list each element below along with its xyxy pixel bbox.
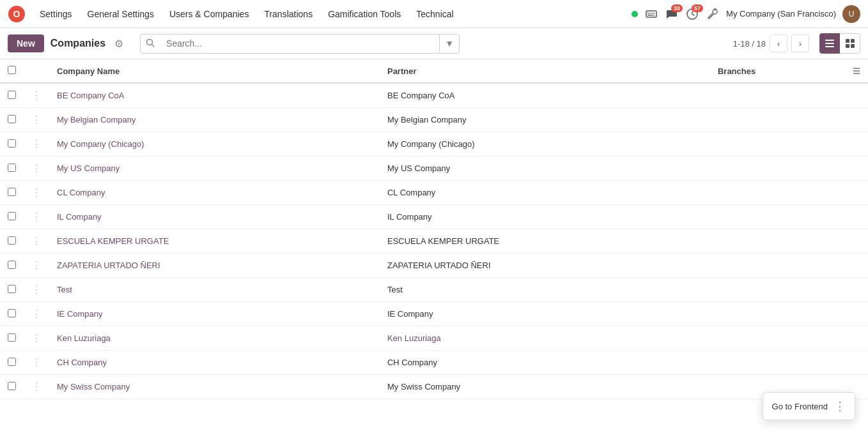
- row-checkbox[interactable]: [8, 115, 16, 123]
- svg-rect-16: [851, 39, 855, 43]
- pagination-prev[interactable]: ‹: [770, 34, 787, 52]
- messages-icon[interactable]: 30: [665, 7, 679, 21]
- drag-handle-icon[interactable]: ⋮: [31, 357, 42, 368]
- wrench-icon[interactable]: [706, 7, 720, 21]
- row-checkbox[interactable]: [8, 212, 16, 220]
- toolbar: New Companies ⚙ ▼ 1-18 / 18 ‹ ›: [0, 28, 868, 59]
- row-checkbox[interactable]: [8, 139, 16, 148]
- row-checkbox[interactable]: [8, 333, 16, 342]
- app-logo[interactable]: O: [8, 5, 26, 23]
- row-checkbox[interactable]: [8, 236, 16, 245]
- partner-name: ZAPATERIA URTADO ÑERI: [387, 261, 491, 270]
- table-row: ⋮ ESCUELA KEMPER URGATE ESCUELA KEMPER U…: [0, 229, 868, 254]
- settings-gear-icon[interactable]: ⚙: [114, 38, 123, 50]
- drag-handle-icon[interactable]: ⋮: [31, 139, 42, 149]
- row-checkbox[interactable]: [8, 382, 16, 390]
- new-button[interactable]: New: [8, 34, 44, 52]
- company-name-link[interactable]: My Belgian Company: [57, 115, 136, 125]
- kanban-view-button[interactable]: [840, 33, 860, 54]
- company-name-cell[interactable]: IE Company: [49, 302, 380, 326]
- drag-handle-icon[interactable]: ⋮: [31, 284, 42, 295]
- drag-handle-icon[interactable]: ⋮: [31, 90, 42, 101]
- nav-settings[interactable]: Settings: [33, 6, 79, 22]
- pagination-next[interactable]: ›: [791, 34, 809, 52]
- keyboard-icon[interactable]: [644, 7, 658, 21]
- company-name-cell[interactable]: ESCUELA KEMPER URGATE: [49, 229, 380, 254]
- drag-handle-icon[interactable]: ⋮: [31, 381, 42, 392]
- row-checkbox[interactable]: [8, 358, 16, 366]
- company-name-cell[interactable]: My Swiss Company: [49, 375, 380, 399]
- svg-rect-14: [825, 46, 834, 47]
- company-name-link[interactable]: My Swiss Company: [57, 382, 130, 391]
- company-name-cell[interactable]: Ken Luzuriaga: [49, 326, 380, 351]
- drag-handle-icon[interactable]: ⋮: [31, 333, 42, 344]
- drag-handle-icon[interactable]: ⋮: [31, 187, 42, 198]
- row-checkbox-cell: [0, 375, 24, 399]
- row-checkbox[interactable]: [8, 285, 16, 293]
- company-name-cell[interactable]: Test: [49, 278, 380, 302]
- search-dropdown-icon[interactable]: ▼: [439, 34, 459, 52]
- nav-technical[interactable]: Technical: [410, 6, 460, 22]
- partner-cell: My Belgian Company: [380, 108, 710, 132]
- search-input[interactable]: [160, 34, 439, 52]
- select-all-checkbox[interactable]: [8, 66, 16, 74]
- nav-users-companies[interactable]: Users & Companies: [163, 6, 256, 22]
- company-name-link[interactable]: IE Company: [57, 309, 103, 319]
- company-name-link[interactable]: CL Company: [57, 188, 105, 197]
- drag-handle-icon[interactable]: ⋮: [31, 308, 42, 319]
- company-name-cell[interactable]: CL Company: [49, 181, 380, 205]
- row-checkbox[interactable]: [8, 309, 16, 317]
- company-name-cell[interactable]: My US Company: [49, 156, 380, 181]
- drag-handle-icon[interactable]: ⋮: [31, 114, 42, 125]
- table-row: ⋮ CH Company CH Company: [0, 351, 868, 375]
- branches-header: Branches ☰: [710, 59, 868, 83]
- user-avatar[interactable]: U: [842, 5, 860, 23]
- popup-more-icon[interactable]: ⋮: [834, 399, 846, 413]
- partner-name: IL Company: [387, 212, 432, 222]
- company-name-cell[interactable]: My Belgian Company: [49, 108, 380, 132]
- row-checkbox-cell: [0, 83, 24, 108]
- partner-cell[interactable]: Ken Luzuriaga: [380, 326, 710, 351]
- activity-icon[interactable]: 57: [685, 7, 699, 21]
- company-name-cell[interactable]: CH Company: [49, 351, 380, 375]
- company-name-cell[interactable]: BE Company CoA: [49, 83, 380, 108]
- company-name-link[interactable]: IL Company: [57, 212, 102, 222]
- branches-cell: [710, 132, 868, 156]
- svg-rect-13: [825, 43, 834, 44]
- company-name-link[interactable]: My Company (Chicago): [57, 139, 144, 149]
- company-name-link[interactable]: Test: [57, 285, 72, 294]
- partner-cell: CH Company: [380, 351, 710, 375]
- company-name-link[interactable]: ESCUELA KEMPER URGATE: [57, 236, 169, 246]
- branches-cell: [710, 229, 868, 254]
- current-company[interactable]: My Company (San Francisco): [726, 9, 836, 19]
- nav-translations[interactable]: Translations: [258, 6, 319, 22]
- row-checkbox[interactable]: [8, 261, 16, 269]
- drag-handle-icon[interactable]: ⋮: [31, 260, 42, 271]
- drag-handle-icon[interactable]: ⋮: [31, 211, 42, 222]
- branches-cell: [710, 108, 868, 132]
- drag-handle-icon[interactable]: ⋮: [31, 163, 42, 174]
- nav-general-settings[interactable]: General Settings: [81, 6, 160, 22]
- row-checkbox[interactable]: [8, 91, 16, 99]
- company-name-link[interactable]: My US Company: [57, 163, 120, 173]
- company-name-link[interactable]: ZAPATERIA URTADO ÑERI: [57, 261, 160, 270]
- company-name-cell[interactable]: IL Company: [49, 205, 380, 229]
- table-row: ⋮ IE Company IE Company: [0, 302, 868, 326]
- nav-gamification[interactable]: Gamification Tools: [322, 6, 407, 22]
- messages-badge: 30: [671, 4, 683, 12]
- partner-name: CL Company: [387, 188, 435, 197]
- company-name-cell[interactable]: My Company (Chicago): [49, 132, 380, 156]
- row-checkbox[interactable]: [8, 163, 16, 172]
- list-view-button[interactable]: [819, 33, 840, 54]
- partner-cell: ZAPATERIA URTADO ÑERI: [380, 254, 710, 278]
- company-name-link[interactable]: CH Company: [57, 358, 107, 367]
- company-name-link[interactable]: Ken Luzuriaga: [57, 333, 111, 343]
- company-name-link[interactable]: BE Company CoA: [57, 91, 125, 100]
- partner-name[interactable]: Ken Luzuriaga: [387, 333, 441, 343]
- drag-handle-icon[interactable]: ⋮: [31, 236, 42, 247]
- company-name-cell[interactable]: ZAPATERIA URTADO ÑERI: [49, 254, 380, 278]
- filter-icon[interactable]: ☰: [853, 66, 860, 76]
- svg-rect-8: [653, 15, 655, 16]
- row-checkbox[interactable]: [8, 188, 16, 196]
- partner-cell: Test: [380, 278, 710, 302]
